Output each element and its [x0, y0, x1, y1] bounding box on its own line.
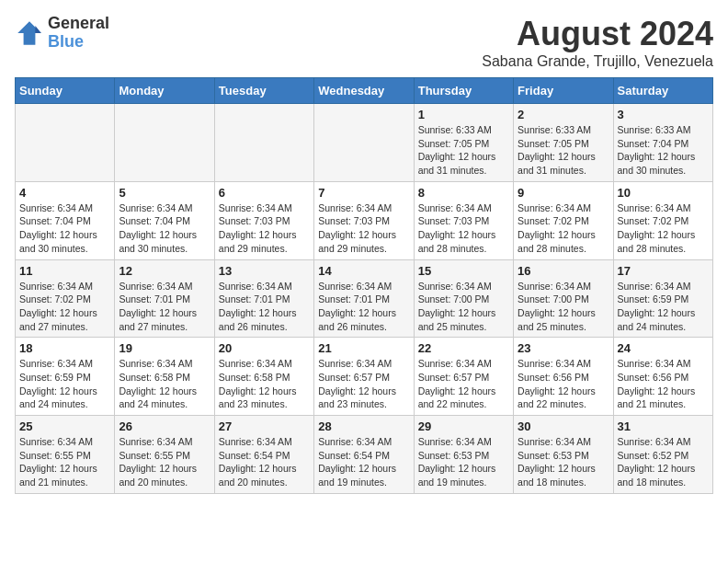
day-detail: Sunrise: 6:34 AM Sunset: 6:59 PM Dayligh…: [19, 357, 110, 411]
calendar-header-sunday: Sunday: [16, 78, 115, 104]
calendar-header-saturday: Saturday: [613, 78, 712, 104]
day-number: 2: [518, 108, 609, 121]
calendar-cell: 11Sunrise: 6:34 AM Sunset: 7:02 PM Dayli…: [16, 259, 115, 338]
day-number: 30: [518, 419, 609, 433]
day-detail: Sunrise: 6:34 AM Sunset: 6:58 PM Dayligh…: [119, 357, 210, 411]
day-detail: Sunrise: 6:34 AM Sunset: 6:56 PM Dayligh…: [518, 357, 609, 411]
title-block: August 2024 Sabana Grande, Trujillo, Ven…: [482, 15, 713, 70]
day-number: 28: [318, 419, 409, 433]
calendar-header-row: SundayMondayTuesdayWednesdayThursdayFrid…: [16, 78, 713, 104]
day-number: 29: [418, 419, 509, 433]
calendar-cell: 20Sunrise: 6:34 AM Sunset: 6:58 PM Dayli…: [214, 338, 313, 416]
day-detail: Sunrise: 6:34 AM Sunset: 7:00 PM Dayligh…: [418, 280, 509, 334]
day-detail: Sunrise: 6:34 AM Sunset: 7:03 PM Dayligh…: [318, 201, 409, 256]
calendar-cell: 16Sunrise: 6:34 AM Sunset: 7:00 PM Dayli…: [514, 259, 613, 338]
day-number: 24: [618, 341, 709, 355]
day-number: 20: [219, 341, 310, 355]
calendar-cell: 22Sunrise: 6:34 AM Sunset: 6:57 PM Dayli…: [414, 338, 513, 416]
calendar-cell: 10Sunrise: 6:34 AM Sunset: 7:02 PM Dayli…: [613, 181, 712, 259]
calendar-cell: 24Sunrise: 6:34 AM Sunset: 6:56 PM Dayli…: [613, 338, 712, 416]
day-detail: Sunrise: 6:34 AM Sunset: 6:58 PM Dayligh…: [219, 357, 310, 411]
calendar-cell: 18Sunrise: 6:34 AM Sunset: 6:59 PM Dayli…: [16, 338, 115, 416]
day-detail: Sunrise: 6:34 AM Sunset: 6:57 PM Dayligh…: [318, 357, 409, 411]
calendar-cell: 31Sunrise: 6:34 AM Sunset: 6:52 PM Dayli…: [613, 416, 712, 494]
day-number: 12: [119, 264, 210, 278]
calendar-cell: [214, 104, 313, 182]
page-title: August 2024: [482, 15, 713, 53]
day-number: 18: [19, 341, 110, 355]
calendar-header-tuesday: Tuesday: [214, 78, 313, 104]
logo: General Blue: [15, 15, 109, 52]
calendar-cell: 6Sunrise: 6:34 AM Sunset: 7:03 PM Daylig…: [214, 181, 313, 259]
day-number: 10: [618, 186, 709, 200]
calendar-cell: 7Sunrise: 6:34 AM Sunset: 7:03 PM Daylig…: [314, 181, 414, 259]
calendar-cell: 3Sunrise: 6:33 AM Sunset: 7:04 PM Daylig…: [613, 104, 712, 182]
day-detail: Sunrise: 6:34 AM Sunset: 7:02 PM Dayligh…: [19, 280, 110, 334]
calendar-cell: 14Sunrise: 6:34 AM Sunset: 7:01 PM Dayli…: [314, 259, 414, 338]
day-number: 17: [618, 264, 709, 278]
day-detail: Sunrise: 6:34 AM Sunset: 6:54 PM Dayligh…: [318, 435, 409, 489]
page-subtitle: Sabana Grande, Trujillo, Venezuela: [482, 53, 713, 70]
day-detail: Sunrise: 6:34 AM Sunset: 6:54 PM Dayligh…: [219, 435, 310, 489]
calendar-cell: 21Sunrise: 6:34 AM Sunset: 6:57 PM Dayli…: [314, 338, 414, 416]
calendar-cell: 29Sunrise: 6:34 AM Sunset: 6:53 PM Dayli…: [414, 416, 513, 494]
day-detail: Sunrise: 6:34 AM Sunset: 7:01 PM Dayligh…: [119, 280, 210, 334]
day-detail: Sunrise: 6:34 AM Sunset: 6:53 PM Dayligh…: [518, 435, 609, 489]
calendar-cell: 23Sunrise: 6:34 AM Sunset: 6:56 PM Dayli…: [514, 338, 613, 416]
calendar-cell: 5Sunrise: 6:34 AM Sunset: 7:04 PM Daylig…: [115, 181, 214, 259]
page-header: General Blue August 2024 Sabana Grande, …: [15, 15, 713, 70]
calendar-cell: 28Sunrise: 6:34 AM Sunset: 6:54 PM Dayli…: [314, 416, 414, 494]
svg-marker-1: [35, 26, 40, 33]
day-number: 25: [19, 419, 110, 433]
logo-icon: [15, 18, 44, 48]
calendar-cell: 2Sunrise: 6:33 AM Sunset: 7:05 PM Daylig…: [514, 104, 613, 182]
day-number: 4: [19, 186, 110, 200]
calendar-cell: 25Sunrise: 6:34 AM Sunset: 6:55 PM Dayli…: [16, 416, 115, 494]
calendar-week-row: 4Sunrise: 6:34 AM Sunset: 7:04 PM Daylig…: [16, 181, 713, 259]
calendar-cell: 30Sunrise: 6:34 AM Sunset: 6:53 PM Dayli…: [514, 416, 613, 494]
day-detail: Sunrise: 6:34 AM Sunset: 6:59 PM Dayligh…: [618, 280, 709, 334]
day-detail: Sunrise: 6:34 AM Sunset: 6:52 PM Dayligh…: [618, 435, 709, 489]
day-detail: Sunrise: 6:34 AM Sunset: 6:57 PM Dayligh…: [418, 357, 509, 411]
calendar-table: SundayMondayTuesdayWednesdayThursdayFrid…: [15, 77, 713, 494]
day-number: 14: [318, 264, 409, 278]
day-number: 31: [618, 419, 709, 433]
day-detail: Sunrise: 6:34 AM Sunset: 6:55 PM Dayligh…: [19, 435, 110, 489]
calendar-header-monday: Monday: [115, 78, 214, 104]
calendar-week-row: 1Sunrise: 6:33 AM Sunset: 7:05 PM Daylig…: [16, 104, 713, 182]
calendar-cell: 26Sunrise: 6:34 AM Sunset: 6:55 PM Dayli…: [115, 416, 214, 494]
day-detail: Sunrise: 6:34 AM Sunset: 6:55 PM Dayligh…: [119, 435, 210, 489]
day-detail: Sunrise: 6:34 AM Sunset: 7:01 PM Dayligh…: [318, 280, 409, 334]
day-detail: Sunrise: 6:34 AM Sunset: 7:01 PM Dayligh…: [219, 280, 310, 334]
calendar-header-wednesday: Wednesday: [314, 78, 414, 104]
day-number: 15: [418, 264, 509, 278]
day-number: 8: [418, 186, 509, 200]
day-detail: Sunrise: 6:33 AM Sunset: 7:04 PM Dayligh…: [618, 123, 709, 178]
calendar-cell: 13Sunrise: 6:34 AM Sunset: 7:01 PM Dayli…: [214, 259, 313, 338]
day-number: 23: [518, 341, 609, 355]
day-number: 22: [418, 341, 509, 355]
day-number: 13: [219, 264, 310, 278]
day-detail: Sunrise: 6:34 AM Sunset: 7:03 PM Dayligh…: [219, 201, 310, 256]
calendar-cell: 12Sunrise: 6:34 AM Sunset: 7:01 PM Dayli…: [115, 259, 214, 338]
calendar-cell: 1Sunrise: 6:33 AM Sunset: 7:05 PM Daylig…: [414, 104, 513, 182]
day-detail: Sunrise: 6:33 AM Sunset: 7:05 PM Dayligh…: [418, 123, 509, 178]
calendar-cell: [115, 104, 214, 182]
calendar-cell: 9Sunrise: 6:34 AM Sunset: 7:02 PM Daylig…: [514, 181, 613, 259]
day-number: 11: [19, 264, 110, 278]
calendar-cell: 27Sunrise: 6:34 AM Sunset: 6:54 PM Dayli…: [214, 416, 313, 494]
day-detail: Sunrise: 6:34 AM Sunset: 6:53 PM Dayligh…: [418, 435, 509, 489]
day-detail: Sunrise: 6:34 AM Sunset: 7:02 PM Dayligh…: [618, 201, 709, 256]
logo-text: General Blue: [48, 15, 109, 52]
day-number: 21: [318, 341, 409, 355]
calendar-cell: [16, 104, 115, 182]
day-number: 27: [219, 419, 310, 433]
day-number: 16: [518, 264, 609, 278]
calendar-cell: 4Sunrise: 6:34 AM Sunset: 7:04 PM Daylig…: [16, 181, 115, 259]
calendar-cell: 19Sunrise: 6:34 AM Sunset: 6:58 PM Dayli…: [115, 338, 214, 416]
day-detail: Sunrise: 6:34 AM Sunset: 7:00 PM Dayligh…: [518, 280, 609, 334]
day-number: 6: [219, 186, 310, 200]
day-number: 1: [418, 108, 509, 121]
day-number: 19: [119, 341, 210, 355]
calendar-header-friday: Friday: [514, 78, 613, 104]
